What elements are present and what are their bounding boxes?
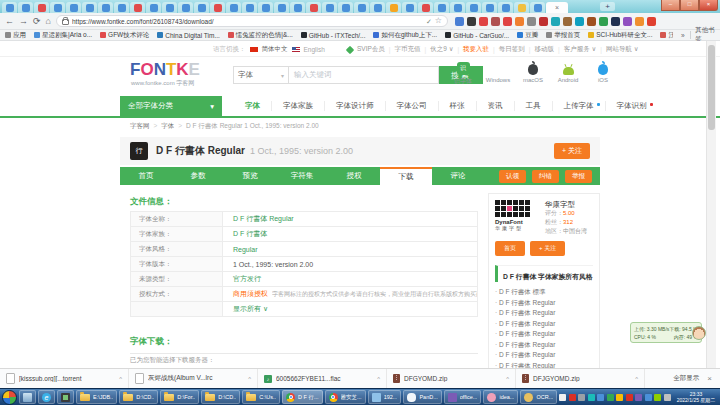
browser-tab[interactable] — [2, 2, 17, 13]
active-tab[interactable]: × — [546, 2, 568, 13]
tray-icon[interactable] — [635, 394, 642, 401]
download-item[interactable]: DFGYOMD.zip^ — [387, 369, 516, 388]
browser-tab[interactable] — [50, 2, 65, 13]
page-tab[interactable]: 首页 — [120, 167, 172, 185]
bookmark-item[interactable]: 星运剧集|Aria o... — [34, 31, 92, 40]
tray-icon[interactable] — [616, 394, 623, 401]
extension-icon[interactable] — [587, 17, 596, 26]
download-item[interactable]: 灰烬战线(Album V...lrc^ — [129, 369, 258, 388]
app-link-android[interactable]: Android — [555, 62, 581, 86]
extension-icon[interactable] — [611, 17, 620, 26]
expand-icon[interactable]: ^ — [635, 376, 638, 382]
lang-english[interactable]: English — [304, 46, 325, 53]
extension-icon[interactable] — [503, 17, 512, 26]
page-tab[interactable]: 预览 — [224, 167, 276, 185]
browser-tab[interactable] — [530, 2, 545, 13]
search-category-select[interactable]: 字体 ▾ — [233, 66, 289, 84]
tray-icon[interactable] — [559, 394, 566, 401]
breadcrumb-item[interactable]: 字体 — [161, 122, 174, 131]
bookmarks-overflow-icon[interactable]: » — [681, 32, 685, 39]
tray-icon[interactable] — [645, 394, 652, 401]
nav-item[interactable]: 字体识别 — [606, 101, 658, 111]
action-button[interactable]: 纠错 — [532, 170, 559, 183]
extension-icon[interactable] — [551, 17, 560, 26]
extension-icon[interactable] — [527, 17, 536, 26]
expand-icon[interactable]: ^ — [377, 376, 380, 382]
browser-tab[interactable] — [274, 2, 289, 13]
extension-icon[interactable] — [479, 17, 488, 26]
browser-tab[interactable] — [306, 2, 321, 13]
extension-icon[interactable] — [635, 17, 644, 26]
family-item[interactable]: D F 行書体 標準 — [495, 287, 593, 298]
action-button[interactable]: 举报 — [565, 170, 592, 183]
minimize-button[interactable]: – — [661, 0, 680, 11]
bookmark-item[interactable]: 应用 — [5, 31, 26, 40]
desktop-taskbar-button[interactable] — [19, 390, 36, 404]
tab-close-icon[interactable]: × — [555, 4, 559, 11]
bookmark-item[interactable]: 豆瓣 — [517, 31, 538, 40]
follow-button[interactable]: + 关注 — [554, 143, 590, 159]
tray-icon[interactable] — [607, 394, 614, 401]
expand-icon[interactable]: ^ — [119, 376, 122, 382]
nav-item[interactable]: 字体设计师 — [325, 101, 386, 111]
folder-window-button[interactable]: C:\Us.. — [242, 390, 280, 404]
download-item[interactable]: [kisssub.org][...torrent^ — [0, 369, 129, 388]
browser-tab[interactable] — [18, 2, 33, 13]
scrollbar-thumb[interactable] — [708, 45, 715, 130]
download-item[interactable]: DFJGYOMD.zip^ — [516, 369, 645, 388]
home-icon[interactable]: ⌂ — [46, 17, 51, 26]
ie-taskbar-button[interactable]: e — [38, 390, 55, 404]
bookmark-item[interactable]: GitHub - iTXTech/... — [301, 32, 366, 39]
browser-tab[interactable] — [338, 2, 353, 13]
folder-window-button[interactable]: D:\CD.. — [119, 390, 158, 404]
page-tab[interactable]: 下载 — [380, 167, 432, 185]
download-item[interactable]: ♪6005662FYBE11...flac^ — [258, 369, 387, 388]
family-item[interactable]: D F 行書体 Regular — [495, 340, 593, 351]
show-all-downloads-button[interactable]: 全部显示 — [673, 374, 699, 383]
forward-icon[interactable]: → — [19, 17, 28, 26]
row-value-text[interactable]: 官方发行 — [233, 274, 261, 284]
extension-icon[interactable] — [623, 17, 632, 26]
close-shelf-icon[interactable]: × — [707, 374, 712, 383]
start-button[interactable] — [2, 390, 17, 405]
app-window-button[interactable]: 192... — [368, 390, 402, 404]
row-value-text[interactable]: D F 行書体 Regular — [233, 214, 294, 224]
tray-icon[interactable] — [578, 394, 585, 401]
nav-item[interactable]: 字体家族 — [272, 101, 325, 111]
bookmark-item[interactable]: 如何在github上下... — [373, 31, 437, 40]
foundry-logo[interactable]: DynaFont 华康字型 — [495, 200, 539, 236]
extension-icon[interactable] — [467, 17, 476, 26]
chrome-window-button[interactable]: D F 行... — [282, 390, 322, 404]
browser-tab[interactable] — [82, 2, 97, 13]
back-icon[interactable]: ← — [5, 17, 14, 26]
utility-link[interactable]: 每日签到 — [499, 45, 525, 54]
browser-tab[interactable] — [450, 2, 465, 13]
browser-tab[interactable] — [130, 2, 145, 13]
app-window-button[interactable]: idea... — [483, 390, 518, 404]
utility-link[interactable]: 移动版 — [535, 45, 555, 54]
browser-tab[interactable] — [146, 2, 161, 13]
browser-tab[interactable] — [210, 2, 225, 13]
browser-tab[interactable] — [114, 2, 129, 13]
tray-icon[interactable] — [569, 394, 576, 401]
chrome-window-button[interactable]: 雅安芝... — [325, 390, 366, 404]
extension-icon[interactable] — [575, 17, 584, 26]
family-item[interactable]: D F 行書体 Regular — [495, 350, 593, 361]
utility-link[interactable]: 字币充值 — [395, 45, 421, 54]
browser-tab[interactable] — [402, 2, 417, 13]
bookmark-item[interactable]: 汪星甜蜜吧|汪星甜... — [660, 31, 672, 40]
browser-tab[interactable] — [386, 2, 401, 13]
browser-tab[interactable] — [370, 2, 385, 13]
utility-link[interactable]: 客户服务 ∨ — [564, 45, 597, 54]
bookmark-item[interactable]: China Digital Tim... — [157, 32, 220, 39]
extension-icon[interactable] — [539, 17, 548, 26]
app-window-button[interactable]: office... — [444, 390, 482, 404]
nav-item[interactable]: 上传字体 — [553, 101, 606, 111]
refresh-icon[interactable]: ⟳ — [33, 17, 41, 26]
family-item[interactable]: D F 行書体 Regular — [495, 298, 593, 309]
nav-item[interactable]: 资讯 — [477, 101, 515, 111]
bookmark-item[interactable]: SCI-Hub科研全文... — [588, 31, 652, 40]
app-link-ios[interactable]: iOS — [590, 62, 616, 86]
maximize-button[interactable]: □ — [680, 0, 699, 11]
page-tab[interactable]: 参数 — [172, 167, 224, 185]
